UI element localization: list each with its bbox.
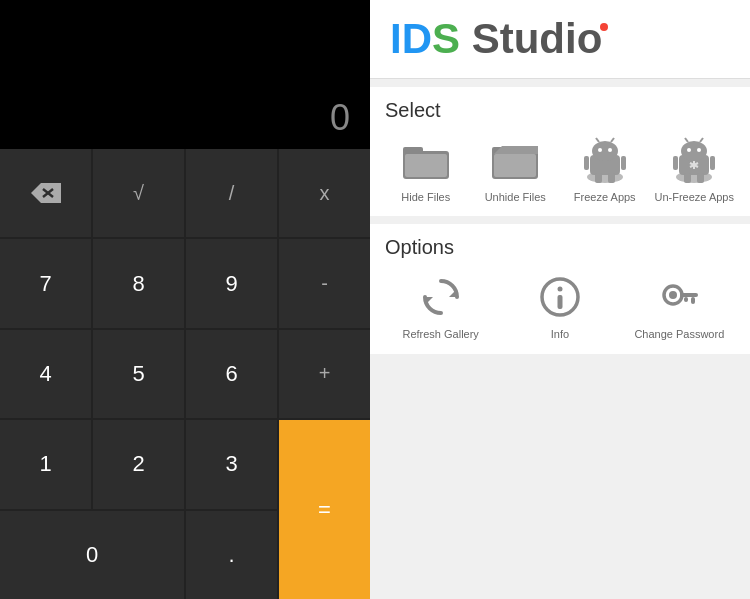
svg-point-40 [669, 291, 677, 299]
calc-minus-button[interactable]: - [279, 239, 370, 327]
calc-backspace-button[interactable] [0, 149, 91, 237]
calc-0-button[interactable]: 0 [0, 511, 184, 599]
logo-studio: Studio [472, 15, 609, 62]
info-item[interactable]: Info [504, 273, 615, 341]
refresh-gallery-label: Refresh Gallery [402, 327, 478, 341]
svg-rect-17 [621, 156, 626, 170]
calculator-panel: 0 √ / x 7 8 9 - 4 5 6 + 1 2 3 = 0 . [0, 0, 370, 599]
svg-marker-35 [425, 297, 433, 305]
svg-line-14 [596, 138, 599, 142]
svg-point-13 [608, 148, 612, 152]
calc-grid: √ / x 7 8 9 - 4 5 6 + 1 2 3 = 0 . [0, 149, 370, 599]
svg-rect-30 [697, 173, 704, 183]
calc-7-button[interactable]: 7 [0, 239, 91, 327]
calc-3-button[interactable]: 3 [186, 420, 277, 508]
calc-2-button[interactable]: 2 [93, 420, 184, 508]
calc-plus-button[interactable]: + [279, 330, 370, 418]
svg-rect-29 [684, 173, 691, 183]
logo-dot [600, 23, 608, 31]
calc-9-button[interactable]: 9 [186, 239, 277, 327]
svg-rect-5 [405, 154, 447, 177]
hide-files-icon [402, 136, 450, 184]
svg-point-12 [598, 148, 602, 152]
unfreeze-apps-icon [670, 136, 718, 184]
select-section: Select Hide Files [370, 87, 750, 216]
select-section-title: Select [385, 99, 735, 122]
unfreeze-apps-label: Un-Freeze Apps [655, 190, 734, 204]
info-label: Info [551, 327, 569, 341]
calc-5-button[interactable]: 5 [93, 330, 184, 418]
change-password-item[interactable]: Change Password [624, 273, 735, 341]
svg-rect-19 [608, 173, 615, 183]
logo-d: D [402, 15, 432, 62]
calc-display-value: 0 [330, 97, 350, 139]
right-panel: IDS Studio Select Hide Files [370, 0, 750, 599]
svg-point-22 [681, 141, 707, 161]
refresh-gallery-icon [417, 273, 465, 321]
select-items: Hide Files Unhide Files [385, 136, 735, 204]
calc-8-button[interactable]: 8 [93, 239, 184, 327]
svg-rect-38 [557, 295, 562, 309]
svg-rect-42 [691, 297, 695, 304]
change-password-label: Change Password [634, 327, 724, 341]
svg-rect-43 [684, 297, 688, 302]
calc-multiply-button[interactable]: x [279, 149, 370, 237]
options-section-title: Options [385, 236, 735, 259]
logo-s: S [432, 15, 460, 62]
unhide-files-label: Unhide Files [485, 190, 546, 204]
svg-rect-16 [584, 156, 589, 170]
logo-i: I [390, 15, 402, 62]
hide-files-item[interactable]: Hide Files [385, 136, 467, 204]
app-logo: IDS Studio [390, 15, 608, 63]
svg-line-15 [611, 138, 614, 142]
svg-line-25 [685, 138, 688, 142]
svg-rect-27 [673, 156, 678, 170]
options-section: Options Refresh Gallery [370, 224, 750, 353]
info-icon [536, 273, 584, 321]
unhide-files-item[interactable]: Unhide Files [475, 136, 557, 204]
app-header: IDS Studio [370, 0, 750, 79]
calc-dot-button[interactable]: . [186, 511, 277, 599]
freeze-apps-item[interactable]: Freeze Apps [564, 136, 646, 204]
svg-rect-8 [494, 154, 536, 177]
calc-4-button[interactable]: 4 [0, 330, 91, 418]
svg-point-24 [697, 148, 701, 152]
freeze-apps-icon [581, 136, 629, 184]
calc-6-button[interactable]: 6 [186, 330, 277, 418]
svg-rect-41 [680, 293, 698, 297]
options-items: Refresh Gallery Info [385, 273, 735, 341]
change-password-icon [655, 273, 703, 321]
svg-rect-4 [403, 147, 423, 155]
freeze-apps-label: Freeze Apps [574, 190, 636, 204]
logo-ids: IDS [390, 15, 472, 62]
svg-point-11 [592, 141, 618, 161]
calc-display: 0 [0, 0, 370, 149]
svg-rect-28 [710, 156, 715, 170]
calc-1-button[interactable]: 1 [0, 420, 91, 508]
svg-point-37 [557, 287, 562, 292]
refresh-gallery-item[interactable]: Refresh Gallery [385, 273, 496, 341]
calc-equals-button[interactable]: = [279, 420, 370, 599]
calc-sqrt-button[interactable]: √ [93, 149, 184, 237]
svg-rect-18 [595, 173, 602, 183]
unhide-files-icon [491, 136, 539, 184]
unfreeze-apps-item[interactable]: Un-Freeze Apps [654, 136, 736, 204]
hide-files-label: Hide Files [401, 190, 450, 204]
calc-divide-button[interactable]: / [186, 149, 277, 237]
svg-point-23 [687, 148, 691, 152]
svg-marker-34 [449, 289, 457, 297]
svg-line-26 [700, 138, 703, 142]
